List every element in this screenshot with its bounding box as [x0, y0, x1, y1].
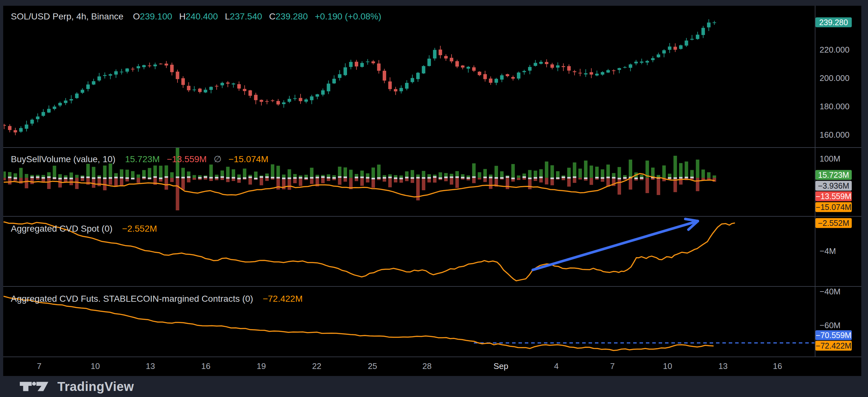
brand-text[interactable]: TradingView: [57, 379, 134, 394]
indicator-title-buysellvolume[interactable]: BuySellVolume (value, 10): [11, 154, 115, 164]
time-tick-label: 28: [423, 361, 432, 371]
cvd-futs-value: −72.422M: [262, 294, 302, 304]
price-change: +0.190 (+0.08%): [315, 11, 381, 22]
time-tick-label: 13: [718, 361, 728, 371]
time-tick-label: Sep: [494, 361, 508, 371]
time-tick-label: 22: [312, 361, 321, 371]
average-symbol: ∅: [214, 154, 221, 164]
legend-cvd-spot: Aggregated CVD Spot (0) −2.552M: [11, 224, 157, 234]
sell-volume-value: −13.559M: [167, 154, 207, 164]
symbol-title[interactable]: SOL/USD Perp, 4h, Binance: [11, 11, 123, 22]
tradingview-logo-icon[interactable]: [19, 380, 52, 393]
time-tick-label: 13: [146, 361, 155, 371]
ohlc-close: C239.280: [269, 11, 308, 22]
tradingview-chart-snapshot: SOL/USD Perp, 4h, Binance O239.100 H240.…: [0, 0, 868, 397]
time-tick-label: 16: [202, 361, 211, 371]
cvd-spot-value: −2.552M: [122, 224, 157, 234]
ohlc-open: O239.100: [133, 11, 172, 22]
time-tick-label: 19: [257, 361, 266, 371]
time-tick-label: 4: [554, 361, 559, 371]
time-tick-label: 10: [91, 361, 100, 371]
time-tick-label: 16: [773, 361, 782, 371]
buy-volume-value: 15.723M: [125, 154, 160, 164]
legend-cvd-futs: Aggregated CVD Futs. STABLECOIN-margined…: [11, 294, 303, 304]
indicator-title-cvd-spot[interactable]: Aggregated CVD Spot (0): [11, 224, 113, 234]
legend-price-pane: SOL/USD Perp, 4h, Binance O239.100 H240.…: [11, 11, 381, 22]
average-volume-value: −15.074M: [228, 154, 268, 164]
indicator-title-cvd-futs[interactable]: Aggregated CVD Futs. STABLECOIN-margined…: [11, 294, 253, 304]
bottom-bar: TradingView: [0, 376, 868, 397]
time-axis[interactable]: 710131619222528Sep47101316: [0, 0, 868, 397]
ohlc-high: H240.400: [179, 11, 218, 22]
time-tick-label: 10: [663, 361, 672, 371]
ohlc-low: L237.540: [225, 11, 262, 22]
time-tick-label: 7: [37, 361, 41, 371]
time-tick-label: 25: [368, 361, 377, 371]
legend-buysellvolume: BuySellVolume (value, 10) 15.723M −13.55…: [11, 154, 268, 164]
time-tick-label: 7: [610, 361, 615, 371]
